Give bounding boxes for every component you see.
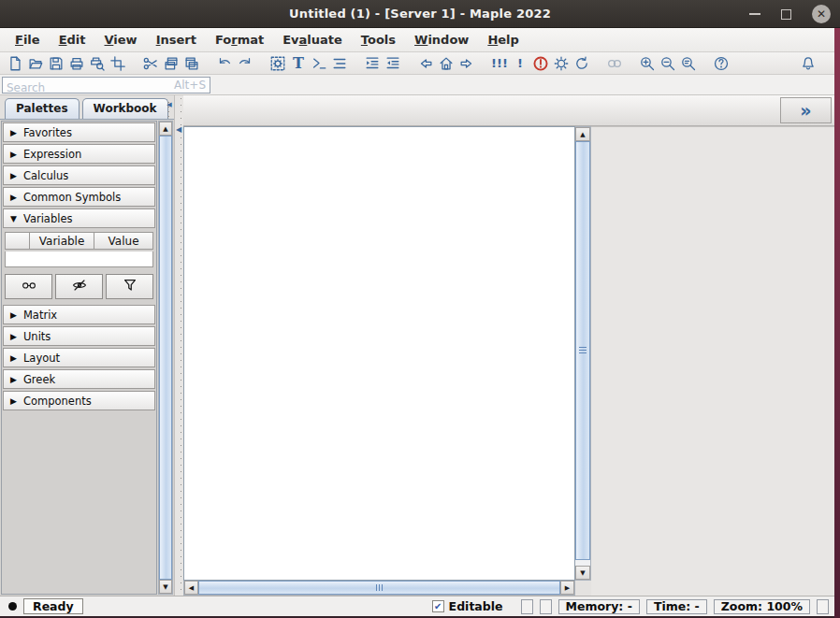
menu-format[interactable]: Format — [206, 30, 273, 50]
insert-text-button[interactable]: T — [288, 53, 309, 74]
menu-insert[interactable]: Insert — [147, 30, 206, 50]
variables-empty-row — [5, 252, 153, 267]
minimize-icon[interactable] — [749, 13, 760, 15]
insert-section-icon — [331, 55, 348, 72]
palette-item-units[interactable]: ▶Units — [3, 326, 155, 346]
scroll-down-icon[interactable]: ▼ — [575, 566, 590, 580]
undo-button[interactable] — [214, 53, 235, 74]
insert-maple-input-icon — [311, 55, 327, 72]
palette-item-label: Expression — [23, 148, 81, 161]
expand-context-panel-button[interactable]: » — [780, 97, 832, 123]
scroll-up-icon[interactable]: ▲ — [575, 127, 590, 141]
filter-variables-button[interactable] — [106, 274, 153, 299]
desktop-background-edge — [834, 28, 840, 618]
variables-header-value[interactable]: Value — [94, 232, 153, 250]
scroll-down-icon[interactable]: ▼ — [159, 580, 172, 594]
zoom-in-button[interactable] — [637, 53, 658, 74]
close-icon[interactable]: ✕ — [812, 5, 831, 23]
execute-all-button[interactable]: !!! — [489, 53, 510, 74]
execute-selection-button[interactable]: ! — [510, 53, 530, 74]
toolbar-group — [5, 53, 128, 74]
menu-edit[interactable]: Edit — [50, 30, 95, 50]
home-button[interactable] — [436, 53, 456, 74]
kernel-status-icon — [8, 602, 17, 611]
sidebar-scroll-track[interactable] — [159, 136, 172, 580]
print-preview-button[interactable] — [87, 53, 108, 74]
horizontal-scroll-thumb[interactable] — [198, 581, 560, 595]
sidebar-collapse-icon[interactable]: ◀ — [165, 98, 174, 118]
palette-item-components[interactable]: ▶Components — [3, 391, 155, 410]
interrupt-icon — [532, 55, 549, 72]
document-main: ▲ ▼ — [183, 126, 591, 581]
page-setup-icon — [109, 55, 126, 72]
scroll-up-icon[interactable]: ▲ — [159, 122, 172, 136]
menu-tools[interactable]: Tools — [352, 30, 405, 50]
cut-button[interactable] — [140, 53, 161, 74]
palette-item-common-symbols[interactable]: ▶Common Symbols — [3, 187, 155, 207]
insert-section-button[interactable] — [329, 53, 350, 74]
notifications-bell-button[interactable] — [798, 53, 818, 74]
menu-view[interactable]: View — [95, 30, 147, 50]
status-cell-empty — [817, 599, 829, 614]
horizontal-scrollbar[interactable]: ◀ ▶ — [183, 581, 575, 596]
sidebar-splitter[interactable]: ◀ — [174, 95, 183, 596]
insert-code-button[interactable] — [268, 53, 288, 74]
forward-button[interactable] — [456, 53, 477, 74]
editable-checkbox[interactable]: ✔ — [432, 600, 444, 612]
scroll-right-icon[interactable]: ▶ — [560, 581, 574, 595]
print-button[interactable] — [66, 53, 87, 74]
palette-item-greek[interactable]: ▶Greek — [3, 369, 155, 389]
scroll-left-icon[interactable]: ◀ — [184, 581, 198, 595]
splitter-collapse-icon[interactable]: ◀ — [176, 125, 181, 134]
sidebar-scrollbar[interactable]: ▲ ▼ — [158, 121, 173, 595]
sidebar-tabs: Palettes Workbook ◀ — [0, 95, 174, 119]
worksheet-page[interactable] — [183, 126, 575, 581]
variables-header-row: Variable Value — [5, 232, 153, 250]
interrupt-button[interactable] — [530, 53, 551, 74]
outdent-button[interactable] — [383, 53, 403, 74]
palette-item-expression[interactable]: ▶Expression — [3, 144, 155, 164]
zoom-out-button[interactable] — [658, 53, 678, 74]
new-document-button[interactable] — [5, 53, 25, 74]
hide-variables-button[interactable] — [55, 274, 103, 299]
open-file-button[interactable] — [25, 53, 46, 74]
home-icon — [438, 55, 455, 72]
maximize-icon[interactable] — [781, 9, 791, 20]
paste-button[interactable] — [181, 53, 202, 74]
menu-file[interactable]: File — [6, 30, 50, 50]
menu-window[interactable]: Window — [405, 30, 478, 50]
debug-button[interactable] — [551, 53, 572, 74]
titlebar[interactable]: Untitled (1) - [Server 1] - Maple 2022 ✕ — [0, 0, 840, 28]
hyperlink-button[interactable] — [604, 53, 625, 74]
variables-panel: Variable Value — [3, 230, 155, 303]
restart-button[interactable] — [572, 53, 592, 74]
menu-evaluate[interactable]: Evaluate — [273, 30, 352, 50]
insert-maple-input-button[interactable] — [309, 53, 329, 74]
help-button[interactable] — [711, 53, 731, 74]
chevron-right-icon: ▶ — [10, 150, 17, 159]
zoom-default-button[interactable] — [678, 53, 699, 74]
variables-header-variable[interactable]: Variable — [29, 232, 94, 250]
redo-button[interactable] — [235, 53, 255, 74]
palette-item-calculus[interactable]: ▶Calculus — [3, 165, 155, 185]
menu-help[interactable]: Help — [478, 30, 528, 50]
indent-button[interactable] — [362, 53, 383, 74]
back-button[interactable] — [415, 53, 436, 74]
palette-item-matrix[interactable]: ▶Matrix — [3, 305, 155, 324]
show-variables-button[interactable] — [5, 274, 52, 299]
sidebar-scroll-thumb[interactable] — [159, 136, 172, 580]
save-button[interactable] — [46, 53, 66, 74]
filter-icon — [122, 277, 138, 297]
palette-item-variables[interactable]: ▼Variables — [3, 208, 155, 228]
palette-item-favorites[interactable]: ▶Favorites — [3, 122, 155, 142]
tab-workbook[interactable]: Workbook — [82, 98, 168, 119]
copy-button[interactable] — [161, 53, 181, 74]
vertical-scroll-thumb[interactable] — [575, 141, 590, 560]
vertical-scrollbar[interactable]: ▲ ▼ — [575, 126, 591, 581]
main-area: Palettes Workbook ◀ ▶Favorites▶Expressio… — [0, 95, 834, 596]
palette-item-layout[interactable]: ▶Layout — [3, 348, 155, 367]
vertical-scroll-track[interactable] — [575, 141, 590, 566]
search-shortcut-hint: Alt+S — [174, 79, 206, 92]
page-setup-button[interactable] — [108, 53, 128, 74]
tab-palettes[interactable]: Palettes — [5, 98, 80, 119]
